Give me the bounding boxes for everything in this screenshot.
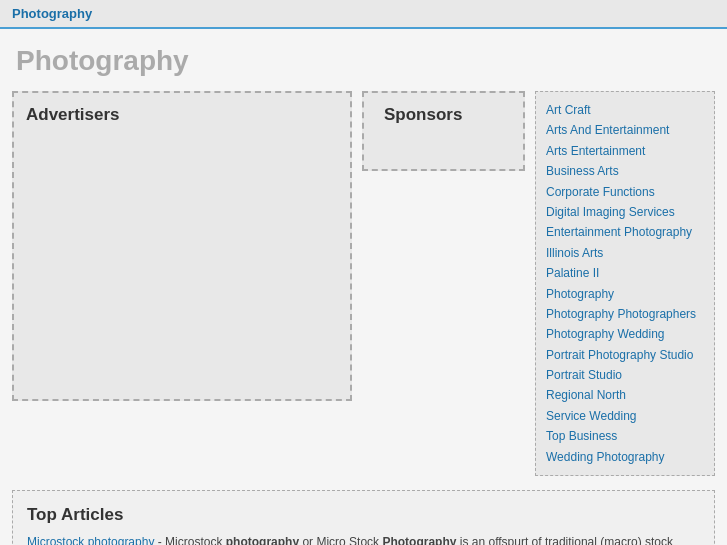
article-link[interactable]: Microstock photography xyxy=(27,535,154,545)
category-link[interactable]: Service Wedding xyxy=(546,406,704,426)
article-text: Microstock photography - Microstock phot… xyxy=(27,533,700,545)
advertisers-box: Advertisers xyxy=(12,91,352,401)
category-link[interactable]: Corporate Functions xyxy=(546,182,704,202)
category-link[interactable]: Business Arts xyxy=(546,161,704,181)
category-link[interactable]: Wedding Photography xyxy=(546,447,704,467)
category-link[interactable]: Palatine II xyxy=(546,263,704,283)
top-nav: Photography xyxy=(0,0,727,29)
bottom-section: Top Articles Microstock photography - Mi… xyxy=(12,490,715,545)
advertisers-title: Advertisers xyxy=(26,105,338,125)
category-link[interactable]: Arts Entertainment xyxy=(546,141,704,161)
main-wrapper: Photography Advertisers Sponsors Art Cra… xyxy=(0,29,727,545)
category-link[interactable]: Photography xyxy=(546,284,704,304)
category-link[interactable]: Illinois Arts xyxy=(546,243,704,263)
sponsors-box: Sponsors xyxy=(362,91,525,171)
category-link[interactable]: Entertainment Photography xyxy=(546,222,704,242)
category-link[interactable]: Arts And Entertainment xyxy=(546,120,704,140)
category-link[interactable]: Art Craft xyxy=(546,100,704,120)
category-link[interactable]: Portrait Studio xyxy=(546,365,704,385)
content-layout: Advertisers Sponsors Art CraftArts And E… xyxy=(12,91,715,476)
middle-column: Sponsors xyxy=(362,91,525,171)
category-link[interactable]: Photography Wedding xyxy=(546,324,704,344)
articles-title: Top Articles xyxy=(27,505,700,525)
category-link[interactable]: Digital Imaging Services xyxy=(546,202,704,222)
sponsors-title: Sponsors xyxy=(384,105,503,125)
category-link[interactable]: Portrait Photography Studio xyxy=(546,345,704,365)
page-title: Photography xyxy=(12,45,715,77)
category-links: Art CraftArts And EntertainmentArts Ente… xyxy=(535,91,715,476)
category-link[interactable]: Regional North xyxy=(546,385,704,405)
category-link[interactable]: Photography Photographers xyxy=(546,304,704,324)
nav-link-photography[interactable]: Photography xyxy=(12,6,92,21)
category-link[interactable]: Top Business xyxy=(546,426,704,446)
